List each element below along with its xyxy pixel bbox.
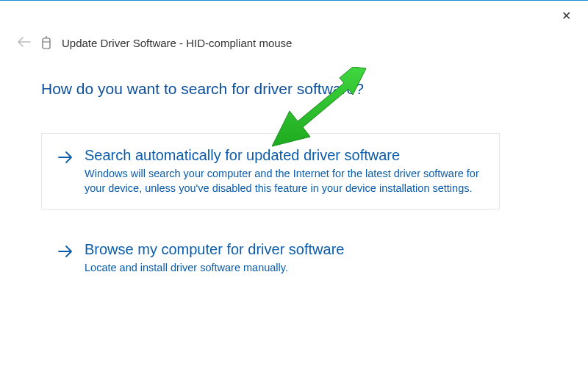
arrow-right-icon	[58, 148, 73, 169]
arrow-right-icon	[58, 243, 73, 263]
option-search-automatically[interactable]: Search automatically for updated driver …	[41, 133, 500, 210]
breadcrumb: Update Driver Software - HID-compliant m…	[62, 37, 292, 49]
device-icon	[41, 36, 51, 49]
option-title: Browse my computer for driver software	[85, 241, 483, 258]
close-button[interactable]: ✕	[551, 5, 581, 26]
back-arrow-icon[interactable]	[18, 36, 31, 49]
option-desc: Locate and install driver software manua…	[85, 261, 483, 276]
header-bar: Update Driver Software - HID-compliant m…	[18, 36, 292, 49]
close-icon: ✕	[562, 9, 571, 23]
option-desc: Windows will search your computer and th…	[85, 167, 483, 196]
option-title: Search automatically for updated driver …	[85, 147, 483, 164]
option-browse-computer[interactable]: Browse my computer for driver software L…	[41, 227, 500, 290]
svg-rect-0	[43, 38, 50, 49]
page-title: How do you want to search for driver sof…	[41, 80, 500, 98]
